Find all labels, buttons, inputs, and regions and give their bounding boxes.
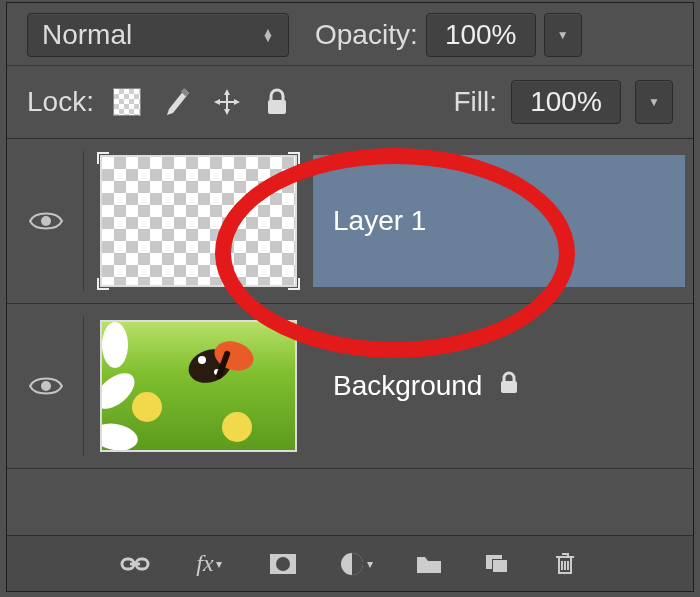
layers-list: Layer 1 (7, 139, 693, 469)
blend-mode-dropdown[interactable]: Normal ▲▼ (27, 13, 289, 57)
new-layer-icon[interactable] (482, 549, 512, 579)
layers-top-row: Normal ▲▼ Opacity: 100% ▼ (7, 3, 693, 66)
svg-rect-9 (501, 381, 517, 393)
layer-row-layer-1[interactable]: Layer 1 (7, 139, 693, 304)
svg-point-14 (276, 557, 290, 571)
layer-thumbnail[interactable] (100, 155, 297, 287)
link-layers-icon[interactable] (120, 549, 150, 579)
lock-image-pixels-icon[interactable] (162, 87, 192, 117)
adjustment-layer-icon[interactable]: ▾ (336, 549, 376, 579)
divider (83, 316, 84, 456)
visibility-toggle[interactable] (25, 375, 67, 397)
lock-all-icon[interactable] (262, 87, 292, 117)
layer-name-area[interactable]: Layer 1 (313, 155, 685, 287)
layer-name-label: Background (333, 370, 482, 402)
layer-thumbnail[interactable] (100, 320, 297, 452)
svg-point-3 (41, 381, 51, 391)
add-mask-icon[interactable] (268, 549, 298, 579)
svg-point-2 (41, 216, 51, 226)
layers-panel: Normal ▲▼ Opacity: 100% ▼ Lock: (6, 2, 694, 592)
lock-position-icon[interactable] (212, 87, 242, 117)
lock-icons (112, 87, 292, 117)
layer-effects-icon[interactable]: fx▾ (188, 549, 230, 579)
blend-mode-value: Normal (42, 19, 132, 51)
layers-bottom-toolbar: fx▾ ▾ (7, 535, 693, 591)
layer-name-label: Layer 1 (333, 205, 426, 237)
updown-arrows-icon: ▲▼ (262, 29, 274, 41)
visibility-toggle[interactable] (25, 210, 67, 232)
layer-lock-icon (498, 370, 520, 402)
fill-label: Fill: (453, 86, 497, 118)
opacity-dropdown-button[interactable]: ▼ (544, 13, 582, 57)
svg-point-6 (198, 356, 206, 364)
opacity-label: Opacity: (315, 19, 418, 51)
svg-rect-17 (493, 560, 507, 572)
fill-value: 100% (530, 86, 602, 118)
opacity-value-field[interactable]: 100% (426, 13, 536, 57)
lock-transparent-pixels-icon[interactable] (112, 87, 142, 117)
delete-layer-icon[interactable] (550, 549, 580, 579)
fill-value-field[interactable]: 100% (511, 80, 621, 124)
fill-dropdown-button[interactable]: ▼ (635, 80, 673, 124)
lock-label: Lock: (27, 86, 94, 118)
opacity-value: 100% (445, 19, 517, 51)
divider (83, 151, 84, 291)
layer-name-area[interactable]: Background (313, 320, 685, 452)
svg-rect-1 (268, 100, 286, 114)
layer-row-background[interactable]: Background (7, 304, 693, 469)
lock-row: Lock: (7, 66, 693, 139)
group-icon[interactable] (414, 549, 444, 579)
